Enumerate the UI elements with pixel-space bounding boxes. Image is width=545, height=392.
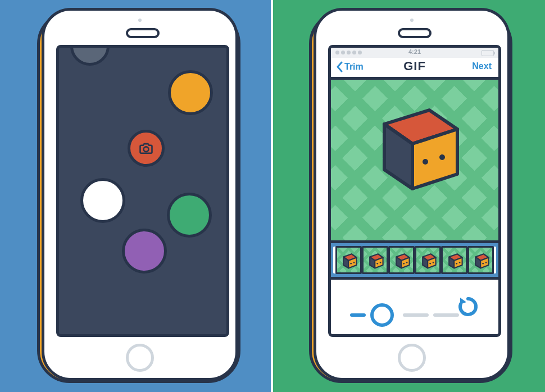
slider-track (403, 313, 429, 317)
phone-right: 4:21 Trim GIF Next (273, 0, 545, 392)
home-button[interactable] (398, 344, 426, 372)
slider-knob[interactable] (370, 303, 394, 327)
earpiece-speaker (126, 28, 160, 38)
loop-button[interactable] (457, 295, 479, 318)
loop-icon (457, 295, 479, 318)
dot-grey[interactable] (70, 45, 110, 66)
dot-orange[interactable] (168, 70, 213, 115)
nav-bar: Trim GIF Next (331, 58, 498, 80)
camera-icon (138, 140, 154, 156)
svg-point-20 (406, 262, 408, 263)
svg-point-24 (429, 263, 431, 265)
svg-point-5 (439, 154, 445, 160)
gif-preview (331, 80, 498, 243)
screen-right: 4:21 Trim GIF Next (328, 45, 501, 337)
battery-icon (482, 50, 494, 56)
dot-purple[interactable] (122, 229, 167, 274)
screen-left (56, 45, 229, 337)
panel-left (0, 0, 271, 392)
front-camera-dot (410, 19, 414, 22)
earpiece-speaker (398, 28, 432, 38)
svg-point-4 (423, 159, 428, 165)
phone-left (0, 0, 271, 392)
filmstrip-frame[interactable] (362, 246, 388, 274)
svg-point-35 (485, 262, 487, 263)
next-button[interactable]: Next (472, 61, 492, 71)
controls-bar (331, 280, 498, 331)
filmstrip-frame[interactable] (441, 246, 467, 274)
two-panel-illustration: 4:21 Trim GIF Next (0, 0, 545, 392)
camera-button[interactable] (128, 130, 165, 167)
svg-point-9 (350, 263, 352, 265)
status-time: 4:21 (331, 48, 498, 55)
status-bar: 4:21 (331, 48, 498, 58)
filmstrip-frame[interactable] (467, 246, 494, 274)
filmstrip-frame[interactable] (335, 246, 362, 274)
svg-point-0 (144, 147, 149, 152)
dot-white[interactable] (80, 178, 125, 223)
svg-point-29 (456, 263, 457, 265)
filmstrip[interactable] (331, 243, 498, 280)
speed-slider[interactable] (350, 303, 459, 327)
svg-point-34 (482, 263, 484, 265)
svg-point-25 (433, 262, 434, 263)
filmstrip-frame[interactable] (388, 246, 415, 274)
svg-point-15 (380, 262, 382, 263)
svg-point-10 (353, 262, 355, 263)
slider-track (350, 313, 366, 317)
svg-point-30 (459, 262, 461, 263)
cube-illustration (359, 88, 471, 200)
front-camera-dot (138, 19, 142, 22)
dot-green[interactable] (167, 193, 212, 238)
panel-right: 4:21 Trim GIF Next (273, 0, 545, 392)
svg-point-19 (403, 263, 405, 265)
svg-point-14 (376, 263, 378, 265)
home-button[interactable] (126, 344, 154, 372)
slider-track (433, 313, 459, 317)
filmstrip-frame[interactable] (415, 246, 441, 274)
